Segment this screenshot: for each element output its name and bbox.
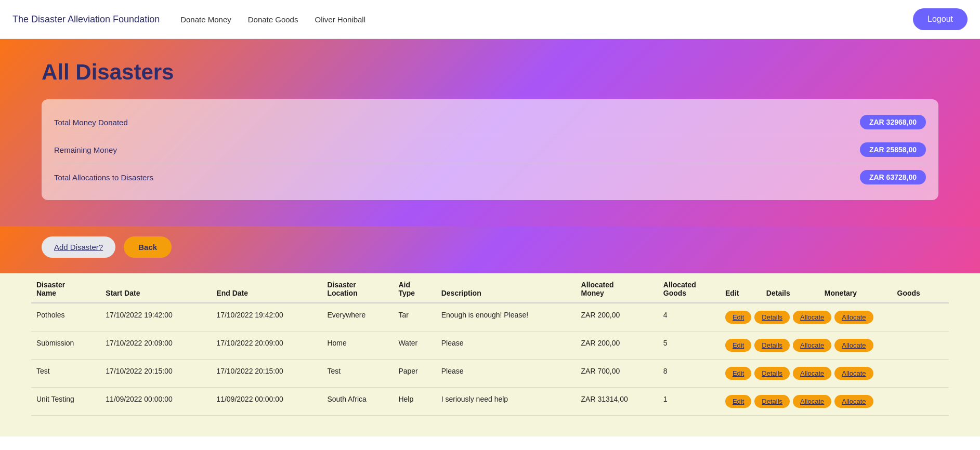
logout-button[interactable]: Logout — [913, 8, 968, 30]
cell-row0-col0: Potholes — [31, 303, 100, 332]
cell-row3-col4: Help — [393, 388, 436, 416]
cell-row2-col6: ZAR 700,00 — [576, 360, 658, 388]
cell-row2-col4: Paper — [393, 360, 436, 388]
disasters-table-area: DisasterName Start Date End Date Disaste… — [0, 273, 980, 436]
col-monetary: Monetary — [819, 273, 892, 303]
stat-label-remaining: Remaining Money — [54, 145, 117, 154]
back-button[interactable]: Back — [124, 236, 172, 258]
action-row: Add Disaster? Back — [0, 226, 980, 273]
cell-row2-col0: Test — [31, 360, 100, 388]
details-button-row0[interactable]: Details — [754, 311, 790, 324]
stat-label-total-donated: Total Money Donated — [54, 118, 128, 127]
cell-row3-col2: 11/09/2022 00:00:00 — [211, 388, 322, 416]
cell-row3-col6: ZAR 31314,00 — [576, 388, 658, 416]
edit-button-row0[interactable]: Edit — [725, 311, 751, 324]
allocate-goods-button-row3[interactable]: Allocate — [834, 395, 873, 408]
cell-row2-col7: 8 — [658, 360, 720, 388]
stat-value-remaining: ZAR 25858,00 — [860, 142, 926, 157]
header: The Disaster Alleviation Foundation Dona… — [0, 0, 980, 39]
edit-button-row3[interactable]: Edit — [725, 395, 751, 408]
action-cell-row3: EditDetailsAllocateAllocate — [720, 388, 949, 416]
page-title: All Disasters — [42, 60, 938, 85]
allocate-goods-button-row2[interactable]: Allocate — [834, 367, 873, 380]
col-disaster-name: DisasterName — [31, 273, 100, 303]
action-cell-row2: EditDetailsAllocateAllocate — [720, 360, 949, 388]
cell-row3-col0: Unit Testing — [31, 388, 100, 416]
cell-row2-col2: 17/10/2022 20:15:00 — [211, 360, 322, 388]
details-button-row3[interactable]: Details — [754, 395, 790, 408]
edit-button-row2[interactable]: Edit — [725, 367, 751, 380]
brand-name: The Disaster Alleviation Foundation — [12, 14, 160, 25]
col-goods: Goods — [892, 273, 949, 303]
stat-row-total-donated: Total Money Donated ZAR 32968,00 — [54, 109, 926, 136]
col-details: Details — [761, 273, 819, 303]
allocate-monetary-button-row2[interactable]: Allocate — [793, 367, 831, 380]
hero-section: All Disasters Total Money Donated ZAR 32… — [0, 39, 980, 226]
col-description: Description — [436, 273, 576, 303]
table-row: Submission17/10/2022 20:09:0017/10/2022 … — [31, 332, 949, 360]
nav-donate-goods[interactable]: Donate Goods — [248, 15, 298, 24]
details-button-row1[interactable]: Details — [754, 339, 790, 352]
cell-row0-col6: ZAR 200,00 — [576, 303, 658, 332]
cell-row1-col1: 17/10/2022 20:09:00 — [100, 332, 211, 360]
cell-row2-col3: Test — [322, 360, 393, 388]
nav-donate-money[interactable]: Donate Money — [180, 15, 231, 24]
cell-row2-col1: 17/10/2022 20:15:00 — [100, 360, 211, 388]
cell-row0-col1: 17/10/2022 19:42:00 — [100, 303, 211, 332]
allocate-goods-button-row1[interactable]: Allocate — [834, 339, 873, 352]
cell-row3-col3: South Africa — [322, 388, 393, 416]
table-header-row: DisasterName Start Date End Date Disaste… — [31, 273, 949, 303]
stats-card: Total Money Donated ZAR 32968,00 Remaini… — [42, 99, 938, 200]
col-end-date: End Date — [211, 273, 322, 303]
cell-row3-col5: I seriously need help — [436, 388, 576, 416]
cell-row3-col1: 11/09/2022 00:00:00 — [100, 388, 211, 416]
allocate-goods-button-row0[interactable]: Allocate — [834, 311, 873, 324]
disasters-table: DisasterName Start Date End Date Disaste… — [31, 273, 949, 416]
stat-row-remaining: Remaining Money ZAR 25858,00 — [54, 136, 926, 164]
allocate-monetary-button-row3[interactable]: Allocate — [793, 395, 831, 408]
col-aid-type: AidType — [393, 273, 436, 303]
cell-row1-col7: 5 — [658, 332, 720, 360]
cell-row2-col5: Please — [436, 360, 576, 388]
col-edit: Edit — [720, 273, 761, 303]
cell-row0-col5: Enough is enough! Please! — [436, 303, 576, 332]
cell-row0-col4: Tar — [393, 303, 436, 332]
cell-row1-col3: Home — [322, 332, 393, 360]
cell-row1-col6: ZAR 200,00 — [576, 332, 658, 360]
add-disaster-button[interactable]: Add Disaster? — [42, 236, 115, 258]
cell-row0-col7: 4 — [658, 303, 720, 332]
main-nav: Donate Money Donate Goods Oliver Honibal… — [180, 15, 913, 24]
stat-value-total-donated: ZAR 32968,00 — [860, 115, 926, 129]
edit-button-row1[interactable]: Edit — [725, 339, 751, 352]
nav-user[interactable]: Oliver Honiball — [315, 15, 365, 24]
cell-row1-col2: 17/10/2022 20:09:00 — [211, 332, 322, 360]
cell-row0-col2: 17/10/2022 19:42:00 — [211, 303, 322, 332]
col-allocated-money: AllocatedMoney — [576, 273, 658, 303]
stat-value-allocations: ZAR 63728,00 — [860, 170, 926, 184]
details-button-row2[interactable]: Details — [754, 367, 790, 380]
table-row: Test17/10/2022 20:15:0017/10/2022 20:15:… — [31, 360, 949, 388]
cell-row1-col0: Submission — [31, 332, 100, 360]
table-row: Unit Testing11/09/2022 00:00:0011/09/202… — [31, 388, 949, 416]
stat-label-allocations: Total Allocations to Disasters — [54, 173, 153, 182]
col-location: DisasterLocation — [322, 273, 393, 303]
action-cell-row0: EditDetailsAllocateAllocate — [720, 303, 949, 332]
col-start-date: Start Date — [100, 273, 211, 303]
cell-row0-col3: Everywhere — [322, 303, 393, 332]
allocate-monetary-button-row1[interactable]: Allocate — [793, 339, 831, 352]
action-cell-row1: EditDetailsAllocateAllocate — [720, 332, 949, 360]
cell-row1-col4: Water — [393, 332, 436, 360]
allocate-monetary-button-row0[interactable]: Allocate — [793, 311, 831, 324]
table-row: Potholes17/10/2022 19:42:0017/10/2022 19… — [31, 303, 949, 332]
stat-row-allocations: Total Allocations to Disasters ZAR 63728… — [54, 164, 926, 191]
col-allocated-goods: AllocatedGoods — [658, 273, 720, 303]
cell-row1-col5: Please — [436, 332, 576, 360]
cell-row3-col7: 1 — [658, 388, 720, 416]
